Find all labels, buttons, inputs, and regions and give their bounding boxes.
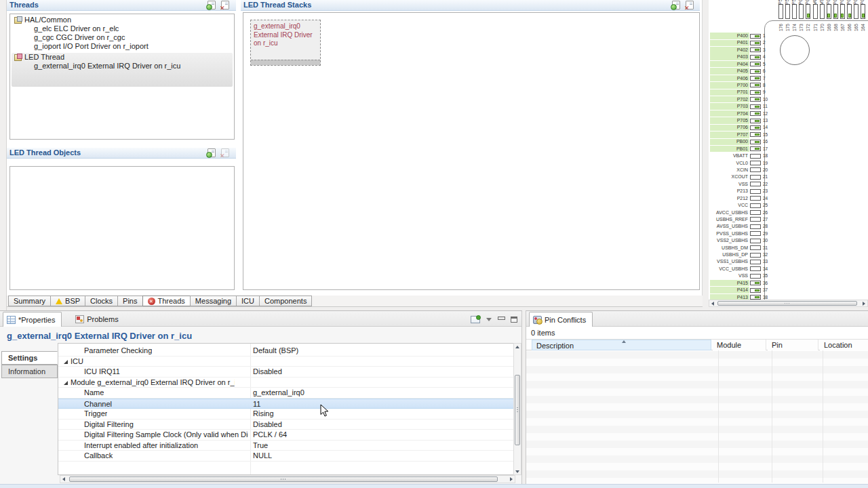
tab-properties[interactable]: *Properties [3, 312, 62, 327]
pin-pad[interactable] [750, 97, 761, 102]
pin-pad[interactable] [750, 161, 761, 165]
pin-pad[interactable] [827, 4, 831, 19]
stack-module-card[interactable]: g_external_irq0 External IRQ Driver on r… [250, 20, 321, 66]
side-tab-information[interactable]: Information [1, 365, 58, 378]
scroll-left-icon[interactable] [60, 476, 67, 482]
pin-pad[interactable] [840, 4, 845, 19]
editor-tab-bsp[interactable]: BSP [50, 296, 85, 306]
pin-pad[interactable] [861, 4, 865, 19]
pin-pad[interactable] [820, 4, 825, 19]
pin-pad[interactable] [750, 239, 761, 243]
pin-pad[interactable] [750, 34, 761, 39]
pin-pad[interactable] [785, 4, 790, 19]
column-header-pin[interactable]: Pin [768, 340, 818, 350]
property-row[interactable]: CallbackNULL [58, 451, 513, 462]
properties-vscrollbar[interactable] [513, 343, 521, 475]
property-row[interactable]: Parameter CheckingDefault (BSP) [58, 346, 513, 357]
properties-hscrollbar[interactable] [60, 475, 515, 483]
scroll-down-icon[interactable] [514, 468, 521, 474]
properties-vscroll-thumb[interactable] [515, 375, 520, 445]
pin-pad[interactable] [799, 4, 804, 19]
minimize-view-icon[interactable] [498, 317, 505, 323]
editor-tab-pins[interactable]: Pins [117, 296, 142, 306]
properties-hscroll-thumb[interactable] [69, 476, 498, 482]
editor-tab-clocks[interactable]: Clocks [85, 296, 118, 306]
pin-pad[interactable] [750, 274, 761, 279]
editor-tab-threads[interactable]: ✕Threads [142, 296, 191, 306]
expanded-triangle-icon[interactable] [64, 381, 68, 385]
pin-pad[interactable] [778, 4, 783, 19]
tab-pin-conflicts[interactable]: Pin Conflicts [529, 312, 593, 327]
view-menu-chevron-icon[interactable] [486, 318, 492, 321]
pin-pad[interactable] [750, 154, 761, 159]
pin-pad[interactable] [750, 111, 761, 116]
column-header-description[interactable]: Description [532, 340, 711, 350]
pin-pad[interactable] [750, 175, 761, 180]
add-stack-icon[interactable] [672, 1, 680, 9]
editor-tab-messaging[interactable]: Messaging [190, 296, 237, 306]
pin-pad[interactable] [750, 104, 761, 109]
pin-pad[interactable] [806, 4, 810, 19]
pin-pad[interactable] [750, 125, 761, 130]
pin-pad[interactable] [750, 132, 761, 137]
pin-pad[interactable] [847, 4, 852, 19]
pin-pad[interactable] [750, 231, 761, 236]
pin-pad[interactable] [750, 90, 761, 95]
new-object-icon[interactable] [208, 148, 216, 157]
pin-pad[interactable] [750, 295, 761, 300]
new-thread-icon[interactable] [208, 1, 216, 9]
property-row[interactable]: Digital FilteringDisabled [58, 420, 513, 430]
thread-group-row[interactable]: LED Thread [12, 53, 233, 62]
editor-tab-summary[interactable]: Summary [8, 296, 51, 306]
column-header-location[interactable]: Location [820, 340, 868, 350]
pin-pad[interactable] [813, 4, 818, 19]
pin-pad[interactable] [750, 62, 761, 66]
property-row[interactable]: ICU [58, 357, 513, 367]
remove-stack-icon[interactable] [686, 1, 694, 9]
scroll-right-icon[interactable] [508, 476, 515, 482]
property-row[interactable]: Nameg_external_irq0 [58, 388, 513, 399]
scroll-left-icon[interactable] [709, 300, 716, 306]
pin-pad[interactable] [854, 4, 859, 19]
side-tab-settings[interactable]: Settings [1, 351, 58, 365]
property-row[interactable]: Interrupt enabled after initializationTr… [58, 441, 513, 451]
column-header-module[interactable]: Module [713, 340, 766, 350]
thread-module-row[interactable]: g_external_irq0 External IRQ Driver on r… [12, 62, 233, 70]
pin-pad[interactable] [750, 224, 761, 229]
thread-module-row[interactable]: g_elc ELC Driver on r_elc [12, 24, 233, 33]
pin-pad[interactable] [750, 146, 761, 151]
pin-pad[interactable] [750, 196, 761, 201]
maximize-view-icon[interactable] [511, 317, 517, 323]
property-row[interactable]: TriggerRising [58, 409, 513, 420]
pin-pad[interactable] [750, 140, 761, 144]
pin-pad[interactable] [750, 167, 761, 172]
pin-pad[interactable] [750, 55, 761, 60]
new-view-pin-icon[interactable] [471, 316, 480, 323]
pin-pad[interactable] [750, 245, 761, 250]
pin-pad[interactable] [750, 210, 761, 215]
pin-pad[interactable] [792, 4, 797, 19]
thread-module-row[interactable]: g_ioport I/O Port Driver on r_ioport [12, 42, 233, 51]
remove-object-icon[interactable] [221, 148, 229, 157]
pin-pad[interactable] [750, 266, 761, 271]
property-row[interactable]: Digital Filtering Sample Clock (Only val… [58, 430, 513, 441]
pin-pad[interactable] [750, 41, 761, 45]
property-row[interactable]: Channel11 [58, 399, 513, 409]
pin-pad[interactable] [750, 119, 761, 123]
pin-pad[interactable] [750, 76, 761, 81]
pin-view-hscrollbar[interactable] [709, 300, 868, 307]
property-row[interactable]: ICU IRQ11Disabled [58, 367, 513, 378]
thread-module-row[interactable]: g_cgc CGC Driver on r_cgc [12, 33, 233, 42]
pin-pad[interactable] [750, 281, 761, 285]
pin-pad[interactable] [750, 47, 761, 52]
pin-pad[interactable] [833, 4, 838, 19]
property-row[interactable]: Module g_external_irq0 External IRQ Driv… [58, 378, 513, 388]
pin-pad[interactable] [750, 189, 761, 194]
tab-problems[interactable]: Problems [72, 312, 124, 327]
pin-pad[interactable] [750, 182, 761, 186]
pin-pad[interactable] [750, 83, 761, 87]
editor-tab-components[interactable]: Components [259, 296, 312, 306]
editor-tab-icu[interactable]: ICU [236, 296, 260, 306]
pin-pad[interactable] [750, 260, 761, 264]
expanded-triangle-icon[interactable] [64, 360, 68, 364]
